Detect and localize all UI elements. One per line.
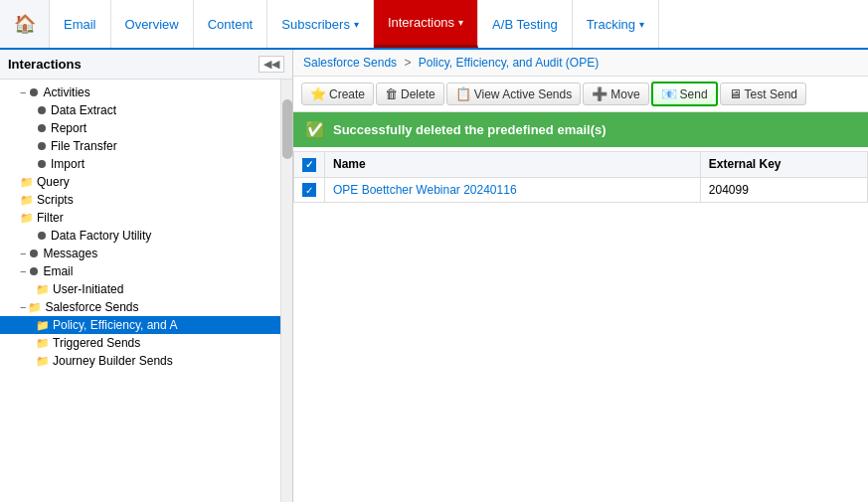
- tree-item-file-transfer[interactable]: File Transfer: [0, 137, 280, 155]
- breadcrumb-separator: >: [404, 56, 414, 70]
- table-container: ✓ Name External Key ✓: [293, 147, 868, 502]
- tree-item-journey-builder[interactable]: 📁 Journey Builder Sends: [0, 352, 280, 370]
- tracking-dropdown-icon: ▾: [639, 19, 644, 30]
- user-initiated-folder-icon: 📁: [36, 283, 50, 296]
- success-message: ✅ Successfully deleted the predefined em…: [293, 112, 868, 147]
- tree-item-import[interactable]: Import: [0, 155, 280, 173]
- subscribers-dropdown-icon: ▾: [354, 19, 359, 30]
- create-button[interactable]: ⭐ Create: [301, 83, 374, 105]
- nav-tracking[interactable]: Tracking ▾: [573, 0, 659, 48]
- email-node-expand-icon[interactable]: −: [20, 265, 26, 277]
- activities-bullet-icon: [30, 88, 38, 96]
- interactions-dropdown-icon: ▾: [458, 17, 463, 28]
- col-external-key: External Key: [700, 152, 867, 178]
- scrollbar-thumb[interactable]: [282, 99, 292, 159]
- tree-item-triggered-sends[interactable]: 📁 Triggered Sends: [0, 334, 280, 352]
- success-text: Successfully deleted the predefined emai…: [333, 122, 607, 137]
- triggered-sends-label: Triggered Sends: [53, 336, 140, 350]
- col-name-label: Name: [333, 157, 366, 171]
- nav-interactions[interactable]: Interactions ▾: [374, 0, 478, 48]
- email-node-label: Email: [43, 264, 73, 278]
- policy-folder-icon: 📁: [36, 319, 50, 332]
- nav-content-label: Content: [208, 17, 254, 32]
- data-extract-label: Data Extract: [51, 103, 116, 117]
- sidebar-scrollbar[interactable]: [280, 80, 292, 502]
- triggered-folder-icon: 📁: [36, 337, 50, 350]
- view-active-icon: 📋: [455, 86, 471, 101]
- import-label: Import: [51, 157, 85, 171]
- tree-item-messages[interactable]: − Messages: [0, 245, 280, 262]
- col-checkbox: ✓: [294, 152, 325, 178]
- create-icon: ⭐: [310, 86, 326, 101]
- nav-subscribers[interactable]: Subscribers ▾: [267, 0, 374, 48]
- view-active-label: View Active Sends: [474, 87, 573, 101]
- journey-builder-folder-icon: 📁: [36, 355, 50, 368]
- tree-item-email-node[interactable]: − Email: [0, 262, 280, 280]
- salesforce-folder-icon: 📁: [28, 301, 42, 314]
- row-external-key-cell: 204099: [700, 177, 867, 203]
- send-button[interactable]: 📧 Send: [651, 82, 718, 106]
- breadcrumb-salesforce-sends[interactable]: Salesforce Sends: [303, 56, 397, 70]
- row-checkbox-cell: ✓: [294, 177, 325, 203]
- row-name-link[interactable]: OPE Boettcher Webinar 20240116: [333, 183, 517, 197]
- scripts-folder-icon: 📁: [20, 194, 34, 207]
- query-label: Query: [37, 175, 70, 189]
- scripts-label: Scripts: [37, 193, 74, 207]
- tree-item-query[interactable]: 📁 Query: [0, 173, 280, 191]
- salesforce-expand-icon[interactable]: −: [20, 301, 26, 313]
- row-checkbox[interactable]: ✓: [302, 183, 316, 197]
- policy-label: Policy, Efficiency, and A: [53, 318, 177, 332]
- view-active-button[interactable]: 📋 View Active Sends: [446, 83, 582, 105]
- data-extract-bullet-icon: [38, 106, 46, 114]
- sidebar-tree: − Activities Data Extract Report: [0, 80, 280, 502]
- messages-bullet-icon: [30, 250, 38, 257]
- send-label: Send: [680, 87, 708, 101]
- nav-overview-label: Overview: [125, 17, 179, 32]
- nav-ab-testing[interactable]: A/B Testing: [478, 0, 573, 48]
- move-label: Move: [610, 87, 639, 101]
- nav-tracking-label: Tracking: [587, 17, 635, 32]
- sidebar-collapse-button[interactable]: ◀◀: [259, 56, 284, 73]
- sidebar-inner: − Activities Data Extract Report: [0, 80, 292, 502]
- col-external-key-label: External Key: [709, 157, 781, 171]
- file-transfer-label: File Transfer: [51, 139, 117, 153]
- report-bullet-icon: [38, 124, 46, 132]
- tree-item-policy[interactable]: 📁 Policy, Efficiency, and A: [0, 316, 280, 334]
- journey-builder-label: Journey Builder Sends: [53, 354, 173, 368]
- tree-item-scripts[interactable]: 📁 Scripts: [0, 191, 280, 209]
- data-table: ✓ Name External Key ✓: [293, 151, 868, 203]
- activities-label: Activities: [43, 85, 89, 99]
- header-checkbox[interactable]: ✓: [302, 158, 316, 172]
- tree-item-report[interactable]: Report: [0, 119, 280, 137]
- tree-item-filter[interactable]: 📁 Filter: [0, 209, 280, 227]
- tree-item-activities[interactable]: − Activities: [0, 84, 280, 101]
- messages-label: Messages: [43, 247, 97, 260]
- home-icon: 🏠: [14, 13, 36, 35]
- home-button[interactable]: 🏠: [0, 0, 50, 48]
- query-folder-icon: 📁: [20, 176, 34, 189]
- data-factory-bullet-icon: [38, 232, 46, 240]
- test-send-button[interactable]: 🖥 Test Send: [720, 83, 806, 105]
- move-button[interactable]: ➕ Move: [583, 83, 648, 105]
- email-node-bullet-icon: [30, 267, 38, 275]
- activities-expand-icon[interactable]: −: [20, 86, 26, 98]
- success-icon: ✅: [305, 120, 325, 139]
- row-external-key-value: 204099: [709, 183, 749, 197]
- tree-item-salesforce-sends[interactable]: − 📁 Salesforce Sends: [0, 298, 280, 316]
- content-area: Salesforce Sends > Policy, Efficiency, a…: [293, 50, 868, 502]
- table-row: ✓ OPE Boettcher Webinar 20240116 204099: [294, 177, 868, 203]
- tree-item-data-extract[interactable]: Data Extract: [0, 101, 280, 119]
- nav-overview[interactable]: Overview: [111, 0, 194, 48]
- messages-expand-icon[interactable]: −: [20, 248, 26, 259]
- nav-email[interactable]: Email: [50, 0, 111, 48]
- sidebar-title: Interactions: [8, 57, 82, 72]
- move-icon: ➕: [592, 86, 608, 101]
- tree-item-data-factory[interactable]: Data Factory Utility: [0, 227, 280, 245]
- delete-button[interactable]: 🗑 Delete: [376, 83, 444, 105]
- toolbar: ⭐ Create 🗑 Delete 📋 View Active Sends ➕ …: [293, 77, 868, 112]
- import-bullet-icon: [38, 160, 46, 168]
- delete-label: Delete: [401, 87, 435, 101]
- top-nav: 🏠 Email Overview Content Subscribers ▾ I…: [0, 0, 868, 50]
- tree-item-user-initiated[interactable]: 📁 User-Initiated: [0, 280, 280, 298]
- nav-content[interactable]: Content: [194, 0, 268, 48]
